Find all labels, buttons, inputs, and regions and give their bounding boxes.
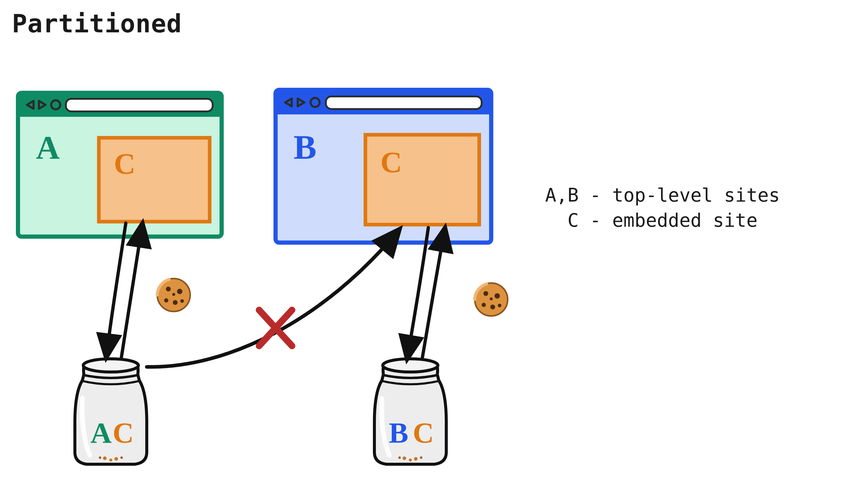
jar-b-label-1: B [389,417,408,449]
embedded-frame-c-in-b: C [365,135,479,225]
browser-window-b: B C [276,90,491,243]
cookie-icon [157,279,190,312]
arrow-a-down [106,223,126,356]
browser-window-a: A C [18,93,222,236]
address-bar [66,99,213,111]
embedded-frame-c-in-a: C [99,138,210,222]
arrow-a-up [121,225,142,358]
embedded-c-label-b: C [380,146,402,179]
jar-a-label-1: A [90,417,112,449]
jar-a-label-2: C [113,417,134,449]
jar-b-label-2: C [413,417,434,449]
cookie-icon [475,283,508,316]
jar-icon: B C [374,359,446,464]
address-bar [326,96,482,109]
browser-a-label: A [36,129,60,166]
diagram-canvas: A C B C [0,0,868,481]
jar-icon: A C [75,359,147,464]
browser-b-label: B [293,128,317,166]
embedded-c-label-a: C [114,147,135,180]
